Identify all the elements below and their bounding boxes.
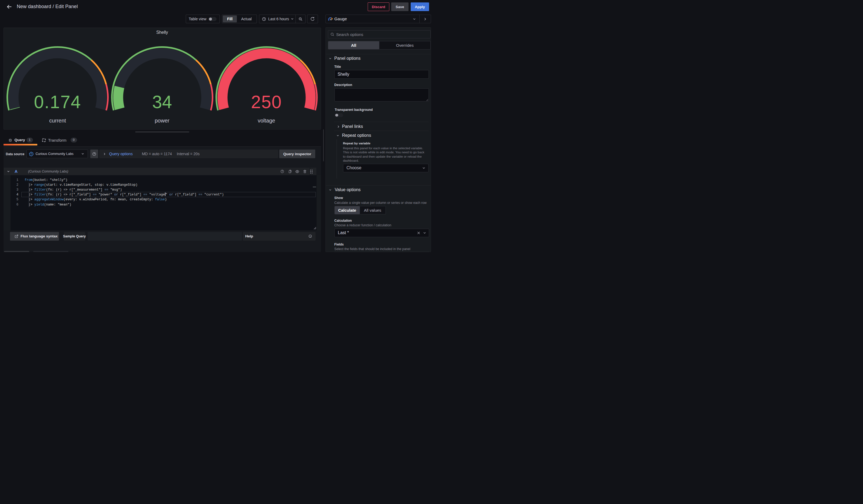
svg-text:79: 79 bbox=[329, 18, 332, 21]
